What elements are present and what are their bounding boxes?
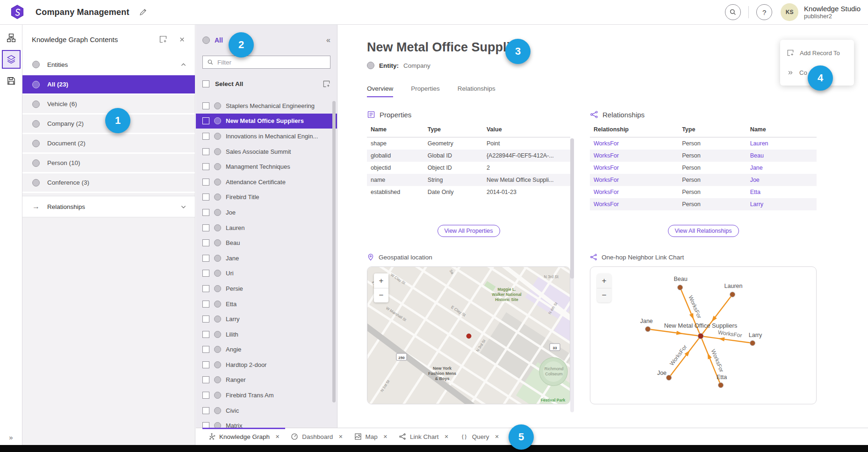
record-link[interactable]: WorksFor bbox=[594, 152, 619, 159]
entity-type-item[interactable]: All (23) bbox=[22, 75, 195, 95]
item-checkbox[interactable] bbox=[202, 316, 209, 323]
search-button[interactable] bbox=[725, 4, 741, 20]
entity-type-item[interactable]: Person (10) bbox=[22, 154, 195, 173]
list-item[interactable]: Staplers Mechanical Engineering bbox=[196, 98, 337, 114]
list-item[interactable]: Sales Associate Summit bbox=[196, 144, 337, 159]
list-item[interactable]: Persie bbox=[196, 281, 337, 296]
item-checkbox[interactable] bbox=[202, 255, 209, 262]
record-link[interactable]: Lauren bbox=[750, 140, 768, 147]
record-link[interactable]: WorksFor bbox=[594, 201, 619, 208]
list-item[interactable]: New Metal Office Suppliers bbox=[196, 114, 337, 129]
view-tab-dashboard[interactable]: Dashboard✕ bbox=[285, 428, 348, 445]
record-pane-scrollbar[interactable] bbox=[570, 138, 574, 412]
link-chart-canvas[interactable]: WorksForWorksForWorksForWorksForBeauLaur… bbox=[590, 267, 817, 404]
record-link[interactable]: Jane bbox=[750, 165, 763, 171]
close-icon[interactable] bbox=[179, 36, 186, 43]
close-tab-icon[interactable]: ✕ bbox=[275, 434, 280, 440]
item-checkbox[interactable] bbox=[202, 331, 209, 338]
list-item[interactable]: Managment Techniques bbox=[196, 159, 337, 174]
item-checkbox[interactable] bbox=[202, 270, 209, 277]
save-button[interactable] bbox=[3, 72, 20, 89]
view-all-properties-button[interactable]: View All Properties bbox=[438, 225, 500, 237]
record-link[interactable]: WorksFor bbox=[594, 177, 619, 183]
table-row[interactable]: objectidObject ID2 bbox=[367, 162, 570, 174]
item-checkbox[interactable] bbox=[202, 117, 209, 124]
person-node[interactable] bbox=[730, 292, 735, 297]
data-model-button[interactable] bbox=[3, 29, 20, 46]
link-edge[interactable] bbox=[648, 329, 701, 336]
list-item[interactable]: Lilith bbox=[196, 327, 337, 342]
list-item[interactable]: Firebird Trans Am bbox=[196, 387, 337, 403]
item-checkbox[interactable] bbox=[202, 163, 209, 170]
close-tab-icon[interactable]: ✕ bbox=[383, 434, 387, 440]
help-button[interactable]: ? bbox=[756, 4, 772, 20]
entity-list-scrollbar[interactable] bbox=[332, 101, 336, 402]
table-row[interactable]: shapeGeometryPoint bbox=[367, 137, 570, 150]
menu-item-add-record-to[interactable]: Add Record To bbox=[780, 43, 854, 63]
record-link[interactable]: Larry bbox=[750, 201, 763, 208]
person-node[interactable] bbox=[646, 327, 651, 332]
zoom-out-button[interactable]: − bbox=[597, 288, 611, 302]
account-block[interactable]: Knowledge Studio publisher2 bbox=[804, 5, 861, 20]
edit-title-icon[interactable] bbox=[139, 8, 147, 16]
expand-rail-button[interactable]: » bbox=[0, 433, 22, 441]
select-all-checkbox[interactable] bbox=[202, 80, 209, 87]
chevron-up-icon[interactable] bbox=[180, 62, 187, 68]
view-tab-map[interactable]: Map✕ bbox=[349, 428, 393, 445]
view-tab-query[interactable]: { }Query✕ bbox=[454, 428, 505, 445]
person-node[interactable] bbox=[750, 341, 755, 346]
close-tab-icon[interactable]: ✕ bbox=[338, 434, 343, 440]
item-checkbox[interactable] bbox=[202, 194, 209, 201]
person-node[interactable] bbox=[678, 285, 683, 290]
item-checkbox[interactable] bbox=[202, 148, 209, 155]
close-tab-icon[interactable]: ✕ bbox=[495, 434, 499, 440]
list-item[interactable]: Matrix bbox=[196, 418, 337, 428]
entities-group-header[interactable]: Entities bbox=[22, 54, 195, 75]
person-node[interactable] bbox=[718, 383, 724, 388]
map-canvas[interactable]: k RdW Clay StSaN 3rd StN 4th StMaggie L.… bbox=[367, 267, 570, 404]
table-row[interactable]: nameStringNew Metal Office Suppli... bbox=[367, 174, 570, 186]
item-checkbox[interactable] bbox=[202, 239, 209, 246]
list-item[interactable]: Civic bbox=[196, 403, 337, 418]
item-checkbox[interactable] bbox=[202, 133, 209, 140]
company-node[interactable] bbox=[698, 333, 703, 339]
relationships-group-header[interactable]: → Relationships bbox=[22, 196, 195, 217]
list-item[interactable]: Ranger bbox=[196, 373, 337, 388]
item-checkbox[interactable] bbox=[202, 102, 209, 109]
zoom-in-button[interactable]: + bbox=[597, 273, 611, 288]
contents-button[interactable] bbox=[3, 51, 20, 68]
table-row[interactable]: WorksForPersonBeau bbox=[590, 150, 817, 162]
avatar[interactable]: KS bbox=[781, 3, 798, 21]
zoom-in-button[interactable]: + bbox=[374, 273, 388, 288]
record-link[interactable]: Joe bbox=[750, 177, 760, 183]
list-item[interactable]: Jane bbox=[196, 251, 337, 266]
item-checkbox[interactable] bbox=[202, 285, 209, 292]
list-item[interactable]: Hardtop 2-door bbox=[196, 357, 337, 373]
item-checkbox[interactable] bbox=[202, 209, 209, 216]
list-item[interactable]: Attendance Certificate bbox=[196, 174, 337, 190]
record-tab-properties[interactable]: Properties bbox=[411, 85, 440, 97]
entity-type-item[interactable]: Document (2) bbox=[22, 134, 195, 154]
table-row[interactable]: establishedDate Only2014-01-23 bbox=[367, 186, 570, 198]
item-checkbox[interactable] bbox=[202, 392, 209, 399]
list-item[interactable]: Uri bbox=[196, 266, 337, 281]
link-edge[interactable] bbox=[701, 336, 753, 343]
view-all-relationships-button[interactable]: View All Relationships bbox=[667, 225, 739, 237]
table-row[interactable]: globalidGlobal ID{A228944F-0EF5-412A-... bbox=[367, 150, 570, 162]
collapse-panel-button[interactable]: « bbox=[326, 36, 330, 44]
table-row[interactable]: WorksForPersonEtta bbox=[590, 186, 817, 198]
view-tab-link-chart[interactable]: Link Chart✕ bbox=[393, 428, 454, 445]
record-link[interactable]: WorksFor bbox=[594, 140, 619, 147]
item-checkbox[interactable] bbox=[202, 346, 209, 353]
zoom-out-button[interactable]: − bbox=[374, 288, 388, 302]
entity-type-item[interactable]: Conference (3) bbox=[22, 173, 195, 193]
chevron-down-icon[interactable] bbox=[180, 204, 187, 210]
filter-input[interactable] bbox=[217, 59, 326, 66]
table-row[interactable]: WorksForPersonJoe bbox=[590, 174, 817, 186]
item-checkbox[interactable] bbox=[202, 376, 209, 383]
table-row[interactable]: WorksForPersonJane bbox=[590, 162, 817, 174]
record-link[interactable]: WorksFor bbox=[594, 189, 619, 195]
item-checkbox[interactable] bbox=[202, 361, 209, 368]
record-link[interactable]: Beau bbox=[750, 152, 764, 159]
person-node[interactable] bbox=[667, 375, 672, 380]
